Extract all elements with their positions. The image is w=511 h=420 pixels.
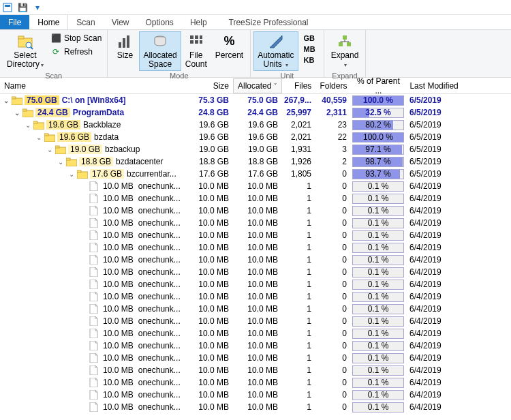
tree-row[interactable]: 10.0 MBonechunk...10.0 MB10.0 MB100.1 %6…	[0, 192, 511, 205]
file-icon	[88, 304, 99, 314]
refresh-button[interactable]: ⟳Refresh	[48, 45, 104, 59]
row-percent: 0.1 %	[351, 230, 405, 241]
file-icon	[88, 341, 99, 350]
tree-row[interactable]: 10.0 MBonechunk...10.0 MB10.0 MB100.1 %6…	[0, 205, 511, 217]
tree-row[interactable]: 10.0 MBonechunk...10.0 MB10.0 MB100.1 %6…	[0, 376, 511, 389]
menu-options[interactable]: Options	[138, 15, 182, 29]
col-size-header[interactable]: Size	[193, 81, 233, 91]
unit-mb-button[interactable]: MB	[301, 44, 318, 55]
row-alloc-inline: 10.0 MB	[101, 255, 136, 265]
col-folders-header[interactable]: Folders	[315, 81, 351, 91]
mode-size-label: Size	[117, 51, 133, 60]
expand-chevron-icon[interactable]: ⌄	[1, 97, 11, 104]
col-name-header[interactable]: Name	[0, 81, 193, 91]
menu-scan[interactable]: Scan	[68, 15, 103, 29]
expand-chevron-icon[interactable]: ⌄	[23, 121, 33, 129]
file-icon	[88, 378, 99, 387]
row-percent: 0.1 %	[351, 267, 405, 278]
stop-scan-button[interactable]: ⬛Stop Scan	[48, 31, 104, 45]
row-percent: 0.1 %	[351, 316, 405, 327]
svg-rect-17	[343, 35, 347, 40]
row-allocated: 10.0 MB	[233, 194, 282, 203]
qa-save-icon[interactable]: 💾	[17, 2, 28, 13]
expand-chevron-icon[interactable]: ⌄	[34, 134, 44, 141]
menu-view[interactable]: View	[104, 15, 138, 29]
tree-row[interactable]: 10.0 MBonechunk...10.0 MB10.0 MB100.1 %6…	[0, 340, 511, 352]
tree-row[interactable]: 10.0 MBonechunk...10.0 MB10.0 MB100.1 %6…	[0, 229, 511, 241]
sort-indicator-icon: ˅	[274, 82, 277, 89]
unit-kb-button[interactable]: KB	[301, 55, 318, 65]
row-alloc-inline: 18.8 GB	[79, 157, 113, 166]
row-percent: 100.0 %	[351, 132, 405, 142]
row-name: onechunk...	[136, 181, 181, 191]
select-directory-button[interactable]: SelectDirectory▾	[3, 31, 48, 71]
tree-row[interactable]: ⌄75.0 GBC:\ on [Win8x64]75.3 GB75.0 GB26…	[0, 94, 511, 106]
row-allocated: 10.0 MB	[233, 329, 282, 338]
tree-body[interactable]: ⌄75.0 GBC:\ on [Win8x64]75.3 GB75.0 GB26…	[0, 94, 511, 413]
file-icon	[88, 181, 99, 191]
file-icon	[88, 267, 99, 277]
tree-row[interactable]: 10.0 MBonechunk...10.0 MB10.0 MB100.1 %6…	[0, 217, 511, 229]
row-files: 1	[282, 206, 315, 215]
expand-chevron-icon[interactable]: ⌄	[45, 146, 55, 153]
col-files-header[interactable]: Files	[282, 81, 315, 91]
tree-row[interactable]: 10.0 MBonechunk...10.0 MB10.0 MB100.1 %6…	[0, 352, 511, 364]
expand-chevron-icon[interactable]: ⌄	[56, 158, 65, 166]
qa-dropdown-icon[interactable]: ▾	[32, 2, 43, 13]
tree-row[interactable]: 10.0 MBonechunk...10.0 MB10.0 MB100.1 %6…	[0, 241, 511, 254]
tree-row[interactable]: 10.0 MBonechunk...10.0 MB10.0 MB100.1 %6…	[0, 180, 511, 192]
tree-row[interactable]: ⌄17.6 GBbzcurrentlar...17.6 GB17.6 GB1,8…	[0, 168, 511, 180]
unit-auto-button[interactable]: AutomaticUnits ▾	[253, 31, 298, 71]
mode-filecount-button[interactable]: FileCount	[181, 31, 211, 71]
quick-access-toolbar: 💾 ▾	[0, 0, 511, 15]
disk-icon	[152, 33, 168, 50]
row-modified: 6/5/2019	[405, 108, 470, 117]
row-modified: 6/4/2019	[405, 218, 470, 228]
menu-home[interactable]: Home	[29, 15, 68, 29]
mode-size-button[interactable]: Size	[110, 31, 139, 62]
tree-row[interactable]: 10.0 MBonechunk...10.0 MB10.0 MB100.1 %6…	[0, 327, 511, 340]
col-modified-header[interactable]: Last Modified	[405, 81, 470, 91]
folder-icon	[22, 108, 33, 117]
tree-row[interactable]: 10.0 MBonechunk...10.0 MB10.0 MB100.1 %6…	[0, 401, 511, 413]
tree-row[interactable]: 10.0 MBonechunk...10.0 MB10.0 MB100.1 %6…	[0, 278, 511, 290]
row-files: 1	[282, 280, 315, 289]
expand-chevron-icon[interactable]: ⌄	[67, 170, 76, 178]
col-allocated-header[interactable]: Allocated˅	[233, 78, 282, 93]
tree-row[interactable]: ⌄18.8 GBbzdatacenter18.8 GB18.8 GB1,9262…	[0, 155, 511, 168]
expand-button[interactable]: Expand▾	[327, 31, 363, 71]
tree-row[interactable]: 10.0 MBonechunk...10.0 MB10.0 MB100.1 %6…	[0, 290, 511, 303]
menu-help[interactable]: Help	[182, 15, 215, 29]
menu-file[interactable]: File	[0, 15, 29, 29]
tree-row[interactable]: ⌄24.4 GBProgramData24.8 GB24.4 GB25,9972…	[0, 106, 511, 119]
svg-line-5	[31, 47, 33, 49]
ribbon-group-expand: Expand▾ Expand	[324, 30, 367, 77]
row-files: 1	[282, 341, 315, 350]
folder-icon	[77, 169, 88, 179]
file-icon	[88, 206, 99, 215]
file-icon	[88, 230, 99, 240]
expand-chevron-icon[interactable]: ⌄	[12, 109, 22, 117]
col-percent-header[interactable]: % of Parent ...	[351, 76, 405, 95]
tree-row[interactable]: 10.0 MBonechunk...10.0 MB10.0 MB100.1 %6…	[0, 389, 511, 401]
tree-row[interactable]: 10.0 MBonechunk...10.0 MB10.0 MB100.1 %6…	[0, 254, 511, 266]
tree-row[interactable]: 10.0 MBonechunk...10.0 MB10.0 MB100.1 %6…	[0, 315, 511, 327]
tree-row[interactable]: 10.0 MBonechunk...10.0 MB10.0 MB100.1 %6…	[0, 303, 511, 315]
tree-row[interactable]: ⌄19.6 GBbzdata19.6 GB19.6 GB2,02122100.0…	[0, 131, 511, 143]
tree-row[interactable]: ⌄19.0 GBbzbackup19.0 GB19.0 GB1,931397.1…	[0, 143, 511, 155]
svg-rect-19	[347, 42, 351, 46]
tree-row[interactable]: 10.0 MBonechunk...10.0 MB10.0 MB100.1 %6…	[0, 364, 511, 376]
unit-gb-button[interactable]: GB	[301, 33, 318, 44]
tree-row[interactable]: 10.0 MBonechunk...10.0 MB10.0 MB100.1 %6…	[0, 266, 511, 278]
tree-row[interactable]: ⌄19.6 GBBackblaze19.6 GB19.6 GB2,0212380…	[0, 119, 511, 131]
select-directory-label: SelectDirectory▾	[7, 51, 44, 69]
row-files: 1	[282, 353, 315, 363]
mode-allocated-button[interactable]: AllocatedSpace	[139, 31, 181, 71]
row-folders: 0	[315, 353, 351, 363]
row-folders: 0	[315, 267, 351, 277]
row-name: bzcurrentlar...	[124, 169, 176, 179]
row-files: 1	[282, 390, 315, 400]
row-folders: 0	[315, 316, 351, 326]
row-folders: 0	[315, 378, 351, 387]
mode-percent-button[interactable]: %Percent	[211, 31, 247, 62]
